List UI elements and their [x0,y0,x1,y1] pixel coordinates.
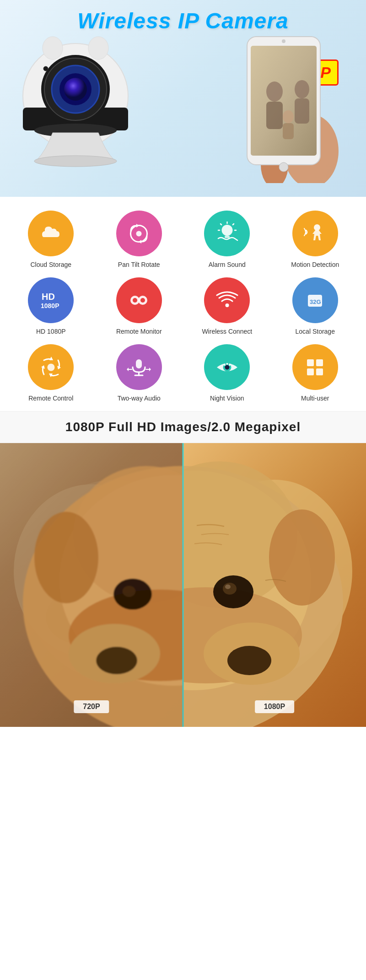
feature-hd-1080p: HD 1080P HD 1080P [9,277,93,335]
svg-marker-47 [49,357,53,360]
feature-label-audio: Two-way Audio [118,395,161,402]
features-grid: Cloud Storage Pan Tilt Rotate [9,211,357,402]
feature-label-alarm: Alarm Sound [209,261,246,268]
svg-point-42 [140,298,145,303]
svg-point-93 [225,585,231,589]
hero-section: Wireless IP Camera HD 1080P [0,0,366,197]
svg-marker-27 [136,224,139,227]
feature-local-storage: 32G Local Storage [274,277,357,335]
svg-rect-62 [316,359,323,366]
feature-label-cloud: Cloud Storage [30,261,71,268]
svg-rect-22 [283,123,294,139]
svg-rect-20 [295,98,309,124]
feature-two-way-audio: Two-way Audio [97,344,181,402]
svg-point-92 [223,583,237,595]
svg-text:32G: 32G [310,298,321,305]
feature-circle-remote [28,344,74,390]
feature-circle-cloud [28,211,74,256]
feature-remote-control: Remote Control [9,344,93,402]
svg-point-58 [224,364,226,366]
feature-circle-storage: 32G [292,277,338,323]
svg-rect-64 [316,368,323,375]
svg-point-26 [136,231,142,236]
comparison-divider [183,443,184,727]
feature-label-pan: Pan Tilt Rotate [118,261,160,268]
feature-wireless: Wireless Connect [185,277,269,335]
svg-line-32 [233,224,234,225]
feature-circle-pan [116,211,162,256]
feature-label-night: Night Vision [210,395,244,402]
svg-text:HD: HD [42,292,55,302]
feature-label-motion: Motion Detection [291,261,339,268]
svg-marker-28 [139,240,141,244]
features-section: Cloud Storage Pan Tilt Rotate [0,197,366,411]
svg-rect-30 [225,236,230,238]
svg-point-81 [96,647,137,674]
svg-point-21 [283,110,294,123]
feature-label-storage: Local Storage [296,328,335,335]
feature-label-hd: HD 1080P [36,328,66,335]
svg-point-90 [227,646,271,675]
feature-label-multiuser: Multi-user [301,395,329,402]
svg-text:1080P: 1080P [41,302,59,309]
feature-circle-multiuser [292,344,338,390]
feature-circle-monitor [116,277,162,323]
spec-banner: 1080P Full HD Images/2.0 Megapixel [0,411,366,443]
svg-point-60 [229,364,231,366]
svg-point-9 [43,66,48,71]
svg-point-83 [123,586,135,597]
svg-point-19 [295,80,309,98]
feature-circle-alarm [204,211,250,256]
feature-circle-motion [292,211,338,256]
feature-night-vision: Night Vision [185,344,269,402]
label-720p: 720P [74,700,109,713]
feature-circle-audio [116,344,162,390]
feature-remote-monitor: Remote Monitor [97,277,181,335]
svg-point-46 [47,363,54,371]
svg-marker-55 [149,368,151,371]
svg-rect-18 [266,102,283,129]
svg-point-41 [133,298,137,303]
camera-image [9,27,165,192]
feature-circle-wireless [204,277,250,323]
label-1080p: 1080P [255,700,294,713]
svg-rect-61 [307,359,314,366]
svg-point-1 [43,37,63,60]
svg-point-59 [226,363,228,365]
svg-point-84 [34,512,98,603]
feature-alarm-sound: Alarm Sound [185,211,269,268]
feature-motion-detection: Motion Detection [274,211,357,268]
comparison-section: 720P 1080P [0,443,366,727]
feature-label-remote: Remote Control [28,395,73,402]
svg-point-36 [314,224,320,231]
svg-marker-54 [127,368,129,371]
svg-point-2 [88,37,108,60]
feature-label-monitor: Remote Monitor [116,328,162,335]
svg-point-94 [269,509,335,606]
feature-multi-user: Multi-user [274,344,357,402]
svg-point-57 [225,365,229,369]
svg-line-33 [221,224,221,225]
svg-rect-63 [307,368,314,375]
svg-point-43 [225,303,229,307]
svg-point-8 [64,78,87,101]
svg-rect-51 [136,359,142,368]
feature-label-wireless: Wireless Connect [202,328,252,335]
feature-circle-night [204,344,250,390]
svg-point-17 [266,81,283,102]
feature-pan-tilt: Pan Tilt Rotate [97,211,181,268]
svg-point-23 [279,162,288,172]
feature-cloud-storage: Cloud Storage [9,211,93,268]
svg-point-24 [282,39,285,43]
phone-image [238,32,352,188]
feature-circle-hd: HD 1080P [28,277,74,323]
svg-point-11 [34,156,117,167]
svg-point-29 [221,225,232,236]
